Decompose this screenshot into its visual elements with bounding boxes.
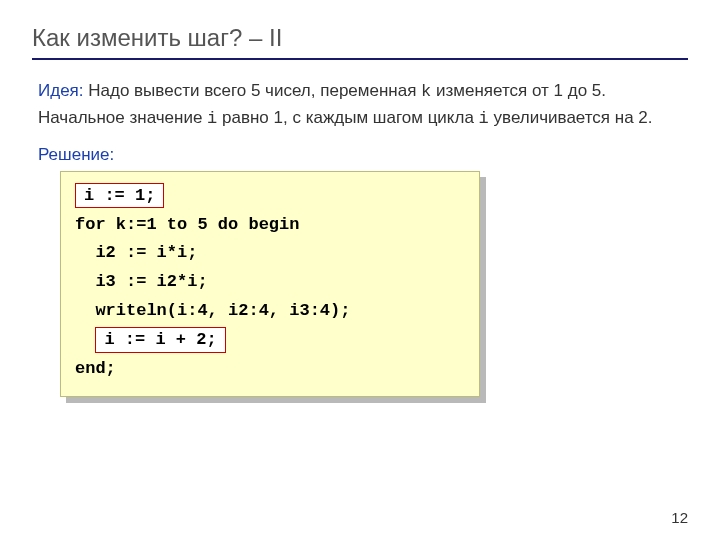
code-line-7: end; — [75, 355, 465, 384]
code-block-container: i := 1; for k:=1 to 5 do begin i2 := i*i… — [60, 171, 480, 397]
solution-label: Решение: — [32, 145, 688, 165]
slide-title: Как изменить шаг? – II — [32, 24, 688, 60]
code-line-4: i3 := i2*i; — [75, 268, 465, 297]
code-line-2: for k:=1 to 5 do begin — [75, 211, 465, 240]
highlight-init: i := 1; — [75, 183, 164, 209]
code-line-1: i := 1; — [75, 182, 465, 211]
idea-text-4: увеличивается на 2. — [489, 108, 653, 127]
var-i-2: i — [479, 109, 489, 128]
var-k: k — [421, 82, 431, 101]
page-number: 12 — [671, 509, 688, 526]
highlight-increment: i := i + 2; — [95, 327, 225, 353]
var-i: i — [207, 109, 217, 128]
idea-label: Идея: — [38, 81, 84, 100]
code-line-6: i := i + 2; — [75, 326, 465, 355]
idea-text-1: Надо вывести всего 5 чисел, переменная — [84, 81, 422, 100]
idea-text-3: равно 1, с каждым шагом цикла — [217, 108, 478, 127]
code-line-5: writeln(i:4, i2:4, i3:4); — [75, 297, 465, 326]
code-line-3: i2 := i*i; — [75, 239, 465, 268]
code-block: i := 1; for k:=1 to 5 do begin i2 := i*i… — [60, 171, 480, 397]
idea-paragraph: Идея: Надо вывести всего 5 чисел, переме… — [32, 78, 688, 133]
